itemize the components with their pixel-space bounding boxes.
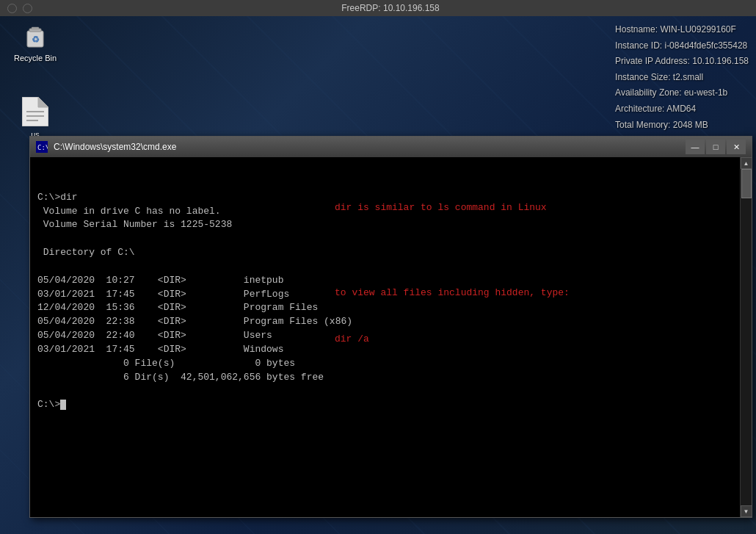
recycle-bin-label: Recycle Bin <box>14 53 57 63</box>
annotation-dir-ls: dir is similar to ls command in Linux <box>335 201 570 215</box>
freerdp-window-controls[interactable] <box>7 4 32 13</box>
recycle-bin-image: ♻ <box>21 21 50 50</box>
annotation-dir-a: dir /a <box>335 333 570 347</box>
svg-text:C:\: C:\ <box>37 144 48 151</box>
desktop: FreeRDP: 10.10.196.158 ♻ Recycle Bin <box>0 0 756 534</box>
info-architecture: Architecture: AMD64 <box>615 101 749 118</box>
cmd-window: C:\ C:\Windows\system32\cmd.exe — □ ✕ C:… <box>29 136 752 518</box>
info-panel: Hostname: WIN-LU09299160F Instance ID: i… <box>615 22 749 133</box>
svg-marker-5 <box>38 97 48 107</box>
annotation-hidden-files: to view all files including hidden, type… <box>335 286 570 300</box>
scrollbar-track[interactable] <box>741 169 752 505</box>
file-icon[interactable]: us <box>6 97 65 140</box>
cmd-scrollbar[interactable]: ▲ ▼ <box>740 157 752 517</box>
cmd-content[interactable]: C:\>dir Volume in drive C has no label. … <box>30 157 740 517</box>
cmd-minimize-btn[interactable]: — <box>686 140 705 154</box>
scrollbar-thumb[interactable] <box>741 169 752 198</box>
cmd-close-btn[interactable]: ✕ <box>727 140 746 154</box>
freerdp-close-btn[interactable] <box>7 4 17 13</box>
info-instance-size: Instance Size: t2.small <box>615 70 749 86</box>
freerdp-minimize-btn[interactable] <box>23 4 32 13</box>
freerdp-titlebar: FreeRDP: 10.10.196.158 <box>0 0 756 16</box>
scrollbar-down-arrow[interactable]: ▼ <box>741 505 752 517</box>
cmd-maximize-btn[interactable]: □ <box>706 140 725 154</box>
recycle-bin-icon[interactable]: ♻ Recycle Bin <box>6 21 65 63</box>
info-hostname: Hostname: WIN-LU09299160F <box>615 22 749 38</box>
svg-rect-2 <box>32 27 39 29</box>
cmd-title: C:\Windows\system32\cmd.exe <box>54 142 680 152</box>
cmd-icon: C:\ <box>36 141 48 153</box>
cmd-titlebar[interactable]: C:\ C:\Windows\system32\cmd.exe — □ ✕ <box>30 137 752 157</box>
scrollbar-up-arrow[interactable]: ▲ <box>741 157 752 169</box>
info-total-memory: Total Memory: 2048 MB <box>615 118 749 134</box>
svg-text:♻: ♻ <box>32 35 40 45</box>
info-instance-id: Instance ID: i-084d4fde5fc355428 <box>615 38 749 54</box>
cmd-window-controls[interactable]: — □ ✕ <box>686 140 746 154</box>
info-private-ip: Private IP Address: 10.10.196.158 <box>615 54 749 70</box>
freerdp-title: FreeRDP: 10.10.196.158 <box>32 3 749 13</box>
cursor <box>60 400 66 410</box>
info-availability-zone: Availability Zone: eu-west-1b <box>615 85 749 101</box>
cmd-output: C:\>dir Volume in drive C has no label. … <box>37 192 352 411</box>
file-image <box>21 97 50 126</box>
cmd-body: C:\>dir Volume in drive C has no label. … <box>30 157 752 517</box>
